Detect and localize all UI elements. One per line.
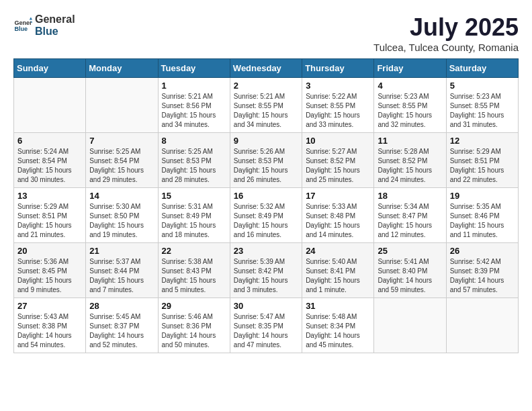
day-number: 29 [162,301,226,311]
calendar-day-cell: 22Sunrise: 5:38 AM Sunset: 8:43 PM Dayli… [158,243,230,298]
calendar-day-cell [86,78,158,133]
calendar-table: SundayMondayTuesdayWednesdayThursdayFrid… [13,58,519,353]
day-info: Sunrise: 5:47 AM Sunset: 8:35 PM Dayligh… [234,312,298,350]
day-info: Sunrise: 5:25 AM Sunset: 8:54 PM Dayligh… [89,147,154,185]
day-info: Sunrise: 5:29 AM Sunset: 8:51 PM Dayligh… [450,147,515,185]
calendar-day-cell: 3Sunrise: 5:22 AM Sunset: 8:55 PM Daylig… [302,78,374,133]
day-info: Sunrise: 5:48 AM Sunset: 8:34 PM Dayligh… [306,312,370,350]
page-header: General Blue General Blue July 2025 Tulc… [13,13,519,53]
day-of-week-header: Thursday [302,59,374,78]
day-of-week-header: Wednesday [230,59,302,78]
day-number: 3 [306,81,370,91]
day-info: Sunrise: 5:23 AM Sunset: 8:55 PM Dayligh… [450,92,515,130]
day-info: Sunrise: 5:33 AM Sunset: 8:48 PM Dayligh… [306,202,370,240]
day-info: Sunrise: 5:42 AM Sunset: 8:39 PM Dayligh… [450,257,515,295]
title-block: July 2025 Tulcea, Tulcea County, Romania [373,13,519,53]
day-number: 9 [234,136,298,146]
day-info: Sunrise: 5:26 AM Sunset: 8:53 PM Dayligh… [234,147,298,185]
day-number: 31 [306,301,370,311]
day-info: Sunrise: 5:21 AM Sunset: 8:56 PM Dayligh… [162,92,226,130]
calendar-day-cell: 14Sunrise: 5:30 AM Sunset: 8:50 PM Dayli… [86,188,158,243]
calendar-day-cell: 20Sunrise: 5:36 AM Sunset: 8:45 PM Dayli… [14,243,86,298]
calendar-week-row: 13Sunrise: 5:29 AM Sunset: 8:51 PM Dayli… [14,188,519,243]
calendar-header-row: SundayMondayTuesdayWednesdayThursdayFrid… [14,59,519,78]
day-info: Sunrise: 5:29 AM Sunset: 8:51 PM Dayligh… [17,202,82,240]
day-number: 10 [306,136,370,146]
day-number: 8 [162,136,226,146]
day-number: 24 [306,246,370,256]
day-info: Sunrise: 5:24 AM Sunset: 8:54 PM Dayligh… [17,147,82,185]
calendar-day-cell: 28Sunrise: 5:45 AM Sunset: 8:37 PM Dayli… [86,298,158,353]
day-info: Sunrise: 5:34 AM Sunset: 8:47 PM Dayligh… [378,202,442,240]
calendar-day-cell: 16Sunrise: 5:32 AM Sunset: 8:49 PM Dayli… [230,188,302,243]
day-number: 6 [17,136,82,146]
calendar-day-cell: 26Sunrise: 5:42 AM Sunset: 8:39 PM Dayli… [446,243,518,298]
day-info: Sunrise: 5:35 AM Sunset: 8:46 PM Dayligh… [450,202,515,240]
day-number: 23 [234,246,298,256]
day-number: 26 [450,246,515,256]
day-number: 28 [89,301,154,311]
day-of-week-header: Monday [86,59,158,78]
calendar-week-row: 6Sunrise: 5:24 AM Sunset: 8:54 PM Daylig… [14,133,519,188]
day-info: Sunrise: 5:40 AM Sunset: 8:41 PM Dayligh… [306,257,370,295]
day-number: 16 [234,191,298,201]
day-info: Sunrise: 5:21 AM Sunset: 8:55 PM Dayligh… [234,92,298,130]
day-info: Sunrise: 5:30 AM Sunset: 8:50 PM Dayligh… [89,202,154,240]
day-number: 25 [378,246,442,256]
day-number: 22 [162,246,226,256]
day-info: Sunrise: 5:41 AM Sunset: 8:40 PM Dayligh… [378,257,442,295]
calendar-day-cell [14,78,86,133]
calendar-day-cell: 8Sunrise: 5:25 AM Sunset: 8:53 PM Daylig… [158,133,230,188]
day-number: 30 [234,301,298,311]
calendar-day-cell: 27Sunrise: 5:43 AM Sunset: 8:38 PM Dayli… [14,298,86,353]
day-number: 12 [450,136,515,146]
logo-general-text: General [35,13,75,26]
day-number: 4 [378,81,442,91]
calendar-day-cell: 31Sunrise: 5:48 AM Sunset: 8:34 PM Dayli… [302,298,374,353]
location-title: Tulcea, Tulcea County, Romania [373,42,519,53]
calendar-day-cell: 19Sunrise: 5:35 AM Sunset: 8:46 PM Dayli… [446,188,518,243]
svg-text:General: General [14,19,32,26]
day-number: 11 [378,136,442,146]
calendar-day-cell: 30Sunrise: 5:47 AM Sunset: 8:35 PM Dayli… [230,298,302,353]
day-number: 7 [89,136,154,146]
calendar-week-row: 1Sunrise: 5:21 AM Sunset: 8:56 PM Daylig… [14,78,519,133]
calendar-day-cell: 18Sunrise: 5:34 AM Sunset: 8:47 PM Dayli… [374,188,446,243]
calendar-day-cell [374,298,446,353]
calendar-day-cell: 24Sunrise: 5:40 AM Sunset: 8:41 PM Dayli… [302,243,374,298]
calendar-day-cell: 10Sunrise: 5:27 AM Sunset: 8:52 PM Dayli… [302,133,374,188]
day-number: 2 [234,81,298,91]
day-of-week-header: Friday [374,59,446,78]
calendar-day-cell: 1Sunrise: 5:21 AM Sunset: 8:56 PM Daylig… [158,78,230,133]
calendar-week-row: 20Sunrise: 5:36 AM Sunset: 8:45 PM Dayli… [14,243,519,298]
generalblue-logo-icon: General Blue [13,16,32,35]
day-number: 19 [450,191,515,201]
month-title: July 2025 [373,13,519,42]
day-info: Sunrise: 5:28 AM Sunset: 8:52 PM Dayligh… [378,147,442,185]
day-of-week-header: Saturday [446,59,518,78]
day-number: 18 [378,191,442,201]
calendar-day-cell [446,298,518,353]
calendar-day-cell: 6Sunrise: 5:24 AM Sunset: 8:54 PM Daylig… [14,133,86,188]
day-info: Sunrise: 5:43 AM Sunset: 8:38 PM Dayligh… [17,312,82,350]
calendar-day-cell: 5Sunrise: 5:23 AM Sunset: 8:55 PM Daylig… [446,78,518,133]
day-number: 5 [450,81,515,91]
day-info: Sunrise: 5:39 AM Sunset: 8:42 PM Dayligh… [234,257,298,295]
calendar-day-cell: 13Sunrise: 5:29 AM Sunset: 8:51 PM Dayli… [14,188,86,243]
svg-text:Blue: Blue [14,26,28,32]
day-number: 1 [162,81,226,91]
day-number: 20 [17,246,82,256]
logo: General Blue General Blue [13,13,75,37]
day-info: Sunrise: 5:23 AM Sunset: 8:55 PM Dayligh… [378,92,442,130]
day-info: Sunrise: 5:36 AM Sunset: 8:45 PM Dayligh… [17,257,82,295]
day-info: Sunrise: 5:46 AM Sunset: 8:36 PM Dayligh… [162,312,226,350]
calendar-day-cell: 17Sunrise: 5:33 AM Sunset: 8:48 PM Dayli… [302,188,374,243]
day-info: Sunrise: 5:31 AM Sunset: 8:49 PM Dayligh… [162,202,226,240]
day-info: Sunrise: 5:37 AM Sunset: 8:44 PM Dayligh… [89,257,154,295]
day-of-week-header: Sunday [14,59,86,78]
day-of-week-header: Tuesday [158,59,230,78]
day-number: 17 [306,191,370,201]
calendar-day-cell: 29Sunrise: 5:46 AM Sunset: 8:36 PM Dayli… [158,298,230,353]
calendar-day-cell: 23Sunrise: 5:39 AM Sunset: 8:42 PM Dayli… [230,243,302,298]
day-number: 27 [17,301,82,311]
